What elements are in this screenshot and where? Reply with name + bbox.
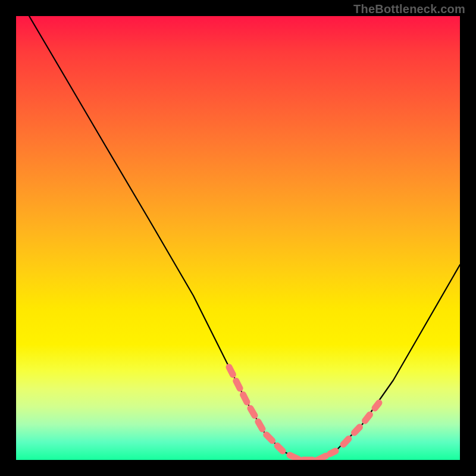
watermark-text: TheBottleneck.com (353, 2, 465, 16)
chart-gradient-background (16, 16, 460, 460)
